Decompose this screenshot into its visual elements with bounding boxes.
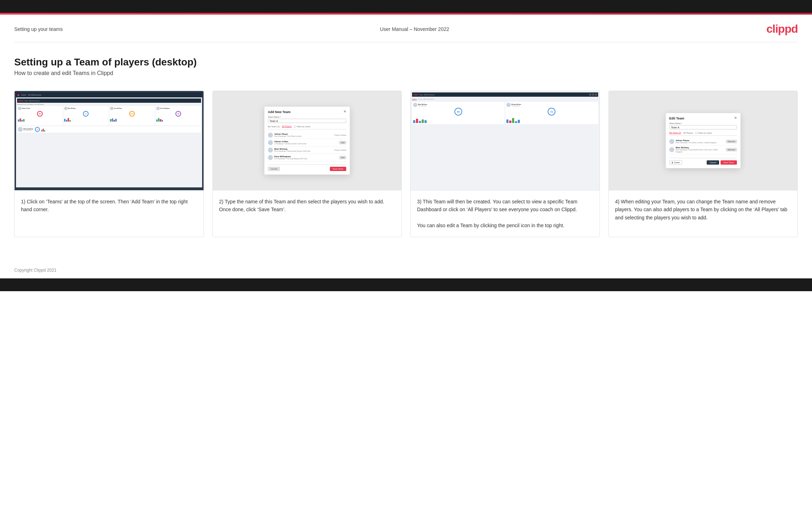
ss1-logo-dot: [17, 94, 19, 96]
ss2-p2-club: 1 Handicap / Central London Golf Centre: [274, 143, 338, 145]
ss2-tab-allplayers[interactable]: All Players: [282, 125, 292, 128]
ss3-tab1: Players: [412, 98, 417, 100]
ss3-chart-bar: [416, 119, 418, 123]
ss2-player-list: Adrian Player Plus Handicap / The Shive …: [268, 132, 346, 161]
clippd-logo: clippd: [766, 22, 798, 36]
ss2-player-row-2: Adrian Coliba 1 Handicap / Central Londo…: [268, 139, 346, 146]
ss1-nav-home: Home: [21, 94, 26, 96]
ss4-save-button[interactable]: Save Team: [721, 160, 737, 165]
ss3-chart-bar: [506, 119, 508, 123]
ss3-container: clippd Home My Performance Players Home: [411, 91, 600, 190]
ss4-tab-filter[interactable]: Filter by name: [695, 132, 712, 134]
ss1-p1-bars: [18, 117, 62, 122]
ss1-bottom-club: Plus Handicap: [23, 130, 33, 131]
ss1-p3-name: Dave McHarg: [114, 108, 122, 109]
ss3-control-icon-2: [592, 94, 594, 96]
ss1-p2-name: Blair McHarg: [68, 108, 76, 109]
ss3-app-header: clippd Home My Performance: [412, 92, 598, 97]
ss2-close-icon[interactable]: ✕: [343, 110, 346, 113]
cards-grid: Home My Performance clippd Home My Perfo…: [14, 91, 798, 237]
ss4-delete-button[interactable]: 🗑 Delete: [669, 160, 682, 165]
ss3-chart-bar: [413, 120, 415, 123]
ss3-chart-bar: [512, 118, 514, 123]
ss1-p2-bars: [64, 117, 108, 122]
ss3-header-controls: [589, 94, 597, 96]
ss4-filter-checkbox[interactable]: [695, 132, 697, 134]
ss1-p3-handicap: 194: [129, 111, 135, 117]
ss1-p1-avatar: [18, 107, 21, 110]
ss3-p1-name: Blair McHarg: [418, 103, 427, 105]
ss2-p1-info: Adrian Player Plus Handicap / The Shive …: [274, 133, 333, 137]
ss2-p1-avatar: [268, 133, 273, 138]
ss1-filter-text: Showing 4 out of 4 players from All Play…: [17, 103, 201, 105]
ss1-bottom-bars: [41, 128, 45, 132]
ss2-p2-avatar: [268, 140, 273, 145]
ss1-p2-avatar: [64, 107, 68, 110]
ss2-cancel-button[interactable]: Cancel: [268, 167, 280, 171]
ss4-tabs: My Team (2) All Players Filter by name: [669, 132, 737, 136]
ss1-bar: [23, 119, 25, 122]
ss2-tab-myteam[interactable]: My Team (2): [268, 126, 280, 128]
ss1-p3-header: Dave McHarg: [110, 107, 154, 110]
ss1-bar: [110, 119, 111, 122]
ss2-p2-info: Adrian Coliba 1 Handicap / Central Londo…: [274, 140, 338, 145]
footer: Copyright Clippd 2021: [0, 262, 812, 278]
ss2-filter-checkbox[interactable]: [294, 126, 296, 128]
ss2-modal-footer: Cancel Save Team: [268, 164, 346, 171]
ss1-bar: [64, 119, 65, 122]
ss1-container: Home My Performance clippd Home My Perfo…: [15, 91, 204, 190]
ss1-logo: clippd: [18, 100, 23, 102]
ss3-players: Blair McHarg Plus Handicap 94: [412, 102, 598, 124]
ss2-team-name-input[interactable]: Team A: [268, 119, 346, 123]
ss1-bar: [158, 118, 159, 122]
ss2-p4-add-button[interactable]: Add: [339, 156, 346, 159]
ss4-filter-label: Filter by name: [698, 132, 712, 134]
page-content: Setting up a Team of players (desktop) H…: [0, 42, 812, 262]
copyright-text: Copyright Clippd 2021: [14, 268, 57, 273]
ss4-p1-remove-button[interactable]: Remove: [726, 140, 737, 143]
ss2-p3-info: Blair McHarg Plus Handicap / Royal North…: [274, 148, 333, 152]
ss2-p3-club: Plus Handicap / Royal North Devon Golf C…: [274, 150, 333, 152]
ss3-chart-bar: [419, 121, 421, 123]
header-title: User Manual – November 2022: [380, 26, 449, 32]
ss2-p2-add-button[interactable]: Add: [339, 141, 346, 144]
ss3-p2-chart: [506, 117, 597, 123]
ss3-chart-bar: [425, 120, 427, 123]
ss4-cancel-button[interactable]: Cancel: [707, 160, 719, 165]
ss4-close-icon[interactable]: ✕: [734, 116, 737, 120]
card-3-text-line1: 3) This Team will then be created. You c…: [417, 199, 578, 212]
ss3-p1-header: Blair McHarg Plus Handicap: [413, 103, 503, 107]
ss3-p2-handicap: 72: [548, 108, 555, 116]
ss3-chart-bar: [518, 120, 520, 123]
ss1-bottom-name: Richard Butler: [23, 128, 33, 130]
ss1-bar: [69, 120, 71, 122]
ss2-player-row-4: Dave Billingham 3.6 Handicap / The Dog M…: [268, 154, 346, 161]
ss3-chart-bar: [515, 121, 517, 123]
ss3-player-1: Blair McHarg Plus Handicap 94: [412, 102, 505, 124]
ss1-p4-header: Dave Billingham: [156, 107, 200, 110]
ss3-logo: clippd: [413, 94, 418, 96]
ss4-p2-remove-button[interactable]: Remove: [726, 148, 737, 151]
ss1-p4-name: Dave Billingham: [160, 108, 170, 109]
ss2-tab-filter[interactable]: Filter by name: [294, 126, 310, 128]
ss2-p1-status: Player Added: [334, 134, 346, 136]
card-4-text: 4) When editing your Team, you can chang…: [609, 191, 798, 237]
card-3-screenshot: clippd Home My Performance Players Home: [411, 91, 600, 191]
ss4-tab-myteam[interactable]: My Team (2): [669, 132, 681, 134]
ss2-save-button[interactable]: Save Team: [330, 167, 346, 171]
ss4-team-name-input[interactable]: Team A: [669, 125, 737, 129]
ss1-players-area: Adrian Collins 84: [17, 106, 201, 126]
ss1-p4-bars: [156, 117, 200, 122]
ss1-link1: Home: [25, 100, 28, 102]
ss1-bar: [156, 119, 158, 122]
ss3-control-icon-3: [595, 94, 597, 96]
ss1-body: clippd Home My Performance Showing 4 out…: [16, 97, 202, 187]
ss3-p1-info: Blair McHarg Plus Handicap: [418, 103, 427, 107]
ss3-tabs: Players Home My Performance: [412, 97, 598, 101]
ss1-player-4: Dave Billingham 78: [155, 106, 201, 126]
bottom-bar: [0, 278, 812, 291]
ss2-filter-label: Filter by name: [297, 126, 310, 128]
ss1-p4-handicap: 78: [175, 111, 181, 117]
ss4-tab-allplayers[interactable]: All Players: [683, 132, 693, 134]
ss1-bar: [43, 129, 44, 132]
